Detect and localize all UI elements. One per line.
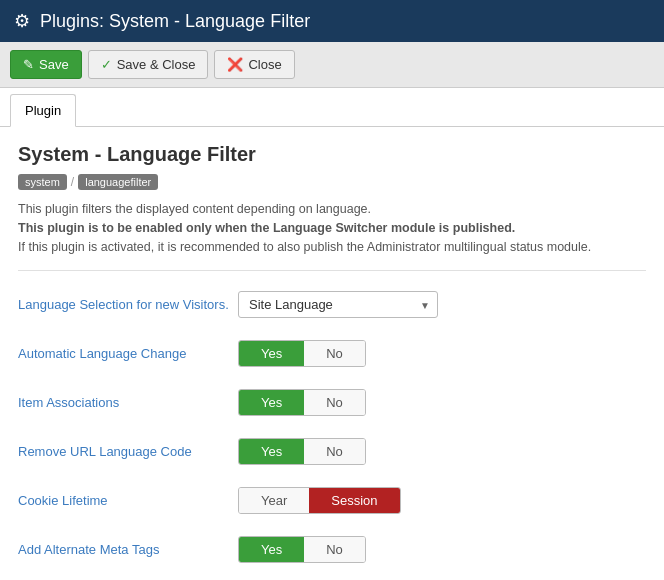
desc-line1: This plugin filters the displayed conten…	[18, 202, 371, 216]
item-associations-row: Item Associations Yes No	[18, 385, 646, 420]
tag-system: system	[18, 174, 67, 190]
divider	[18, 270, 646, 271]
language-select-wrapper: Site Language Browser Language ▼	[238, 291, 438, 318]
check-icon: ✓	[101, 57, 112, 72]
item-associations-label: Item Associations	[18, 395, 238, 410]
cookie-lifetime-row: Cookie Lifetime Year Session	[18, 483, 646, 518]
page-title: Plugins: System - Language Filter	[40, 11, 310, 32]
plugin-icon: ⚙	[14, 10, 30, 32]
auto-lang-no-button[interactable]: No	[304, 341, 365, 366]
language-selection-label: Language Selection for new Visitors.	[18, 297, 238, 312]
language-selection-row: Language Selection for new Visitors. Sit…	[18, 287, 646, 322]
auto-lang-change-row: Automatic Language Change Yes No	[18, 336, 646, 371]
tab-plugin[interactable]: Plugin	[10, 94, 76, 127]
add-alt-meta-row: Add Alternate Meta Tags Yes No	[18, 532, 646, 567]
item-associations-toggle: Yes No	[238, 389, 366, 416]
add-alt-meta-toggle: Yes No	[238, 536, 366, 563]
desc-line3: If this plugin is activated, it is recom…	[18, 240, 591, 254]
tags-container: system / languagefilter	[18, 174, 646, 190]
save-button[interactable]: ✎ Save	[10, 50, 82, 79]
remove-url-no-button[interactable]: No	[304, 439, 365, 464]
tag-languagefilter: languagefilter	[78, 174, 158, 190]
close-button[interactable]: ❌ Close	[214, 50, 294, 79]
auto-lang-change-toggle: Yes No	[238, 340, 366, 367]
cookie-session-button[interactable]: Session	[309, 488, 399, 513]
alt-meta-no-button[interactable]: No	[304, 537, 365, 562]
save-close-button[interactable]: ✓ Save & Close	[88, 50, 209, 79]
page-header: ⚙ Plugins: System - Language Filter	[0, 0, 664, 42]
tab-bar: Plugin	[0, 88, 664, 127]
cookie-lifetime-toggle: Year Session	[238, 487, 401, 514]
description: This plugin filters the displayed conten…	[18, 200, 646, 256]
auto-lang-yes-button[interactable]: Yes	[239, 341, 304, 366]
add-alt-meta-label: Add Alternate Meta Tags	[18, 542, 238, 557]
tag-separator: /	[71, 175, 74, 189]
cookie-year-button[interactable]: Year	[239, 488, 309, 513]
language-selection-select[interactable]: Site Language Browser Language	[238, 291, 438, 318]
content-area: System - Language Filter system / langua…	[0, 127, 664, 580]
toolbar: ✎ Save ✓ Save & Close ❌ Close	[0, 42, 664, 88]
remove-url-yes-button[interactable]: Yes	[239, 439, 304, 464]
item-assoc-yes-button[interactable]: Yes	[239, 390, 304, 415]
auto-lang-change-label: Automatic Language Change	[18, 346, 238, 361]
remove-url-lang-row: Remove URL Language Code Yes No	[18, 434, 646, 469]
remove-url-lang-label: Remove URL Language Code	[18, 444, 238, 459]
cookie-lifetime-label: Cookie Lifetime	[18, 493, 238, 508]
plugin-title: System - Language Filter	[18, 143, 646, 166]
desc-line2: This plugin is to be enabled only when t…	[18, 221, 515, 235]
save-icon: ✎	[23, 57, 34, 72]
item-assoc-no-button[interactable]: No	[304, 390, 365, 415]
remove-url-lang-toggle: Yes No	[238, 438, 366, 465]
alt-meta-yes-button[interactable]: Yes	[239, 537, 304, 562]
x-icon: ❌	[227, 57, 243, 72]
